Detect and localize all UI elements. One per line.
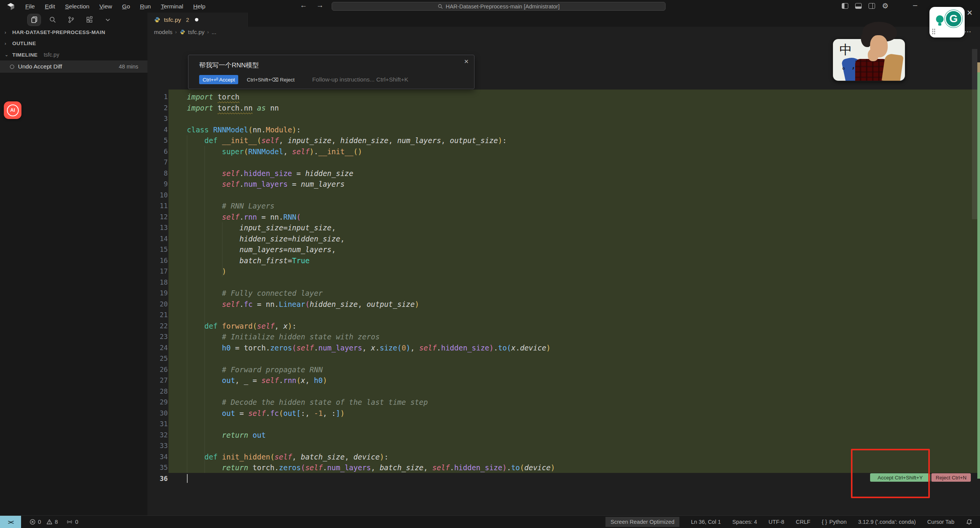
chevron-right-icon: › xyxy=(5,30,9,35)
chevron-down-icon: ⌄ xyxy=(5,52,9,57)
menu-file[interactable]: File xyxy=(21,2,39,11)
line-number: 6 xyxy=(147,146,174,157)
extensions-icon[interactable] xyxy=(83,14,96,26)
code-line: 31 xyxy=(147,419,980,430)
editor-group: tsfc.py 2 models › tsfc.py › ... ⋯ 1impo… xyxy=(147,13,980,515)
code-line: 20 self.fc = nn.Linear(hidden_size, outp… xyxy=(147,299,980,310)
code-line: 27 out, _ = self.rnn(x, h0) xyxy=(147,375,980,386)
indentation-status[interactable]: Spaces: 4 xyxy=(732,519,757,525)
commit-circle-icon xyxy=(10,65,14,69)
screen-reader-status[interactable]: Screen Reader Optimized xyxy=(605,517,679,527)
menu-edit[interactable]: Edit xyxy=(41,2,59,11)
line-number: 25 xyxy=(147,353,174,364)
code-line: 21 xyxy=(147,310,980,321)
line-number: 4 xyxy=(147,124,174,135)
nav-back-icon[interactable]: ← xyxy=(300,1,307,10)
unsaved-dot-icon[interactable] xyxy=(195,18,198,21)
line-number: 24 xyxy=(147,342,174,354)
tab-title: tsfc.py xyxy=(164,16,181,23)
line-number: 36 xyxy=(147,473,174,484)
code-line: 25 xyxy=(147,353,980,364)
command-center-search[interactable]: HAR-Dataset-Preprocess-main [Administrat… xyxy=(332,2,666,11)
code-line: 6 super(RNNModel, self).__init__() xyxy=(147,146,980,157)
breadcrumb: models › tsfc.py › ... xyxy=(147,27,980,37)
menu-selection[interactable]: Selection xyxy=(61,2,94,11)
cursor-position-status[interactable]: Ln 36, Col 1 xyxy=(691,519,721,525)
gear-icon[interactable]: ⚙ xyxy=(882,2,888,10)
remote-indicator[interactable]: >< xyxy=(0,516,21,528)
cursor-tab-status[interactable]: Cursor Tab xyxy=(927,519,954,525)
code-line: 5 def __init__(self, input_size, hidden_… xyxy=(147,135,980,146)
toggle-primary-sidebar-icon[interactable] xyxy=(842,3,848,9)
code-line: 22 def forward(self, x): xyxy=(147,321,980,332)
line-number: 14 xyxy=(147,233,174,244)
code-line: 24 h0 = torch.zeros(self.num_layers, x.s… xyxy=(147,342,980,354)
encoding-status[interactable]: UTF-8 xyxy=(769,519,784,525)
breadcrumb-file[interactable]: tsfc.py xyxy=(188,29,205,35)
overview-ruler-added xyxy=(977,72,980,479)
python-interpreter-status[interactable]: 3.12.9 ('.conda': conda) xyxy=(858,519,916,525)
scrollbar[interactable] xyxy=(972,49,977,219)
window-close-icon[interactable]: ✕ xyxy=(967,8,973,17)
breadcrumb-symbol[interactable]: ... xyxy=(211,29,216,35)
window-minimize-icon[interactable]: – xyxy=(913,1,917,10)
inline-chat-prompt: 帮我写一个RNN模型 xyxy=(199,61,259,70)
toggle-panel-icon[interactable] xyxy=(855,3,862,9)
menu-terminal[interactable]: Terminal xyxy=(157,2,188,11)
more-actions-icon[interactable]: ⋯ xyxy=(964,28,972,36)
breadcrumb-separator-icon: › xyxy=(175,29,177,35)
ports-status[interactable]: 0 xyxy=(66,519,78,525)
sidebar-section-project[interactable]: › HAR-DATASET-PREPROCESS-MAIN xyxy=(0,27,147,38)
more-views-chevron-icon[interactable] xyxy=(101,14,114,26)
nav-forward-icon[interactable]: → xyxy=(316,1,324,10)
line-number: 16 xyxy=(147,255,174,266)
menu-help[interactable]: Help xyxy=(189,2,210,11)
line-number: 23 xyxy=(147,331,174,342)
ai-assistant-button[interactable]: AI xyxy=(4,101,21,119)
explorer-icon[interactable] xyxy=(28,14,41,26)
source-control-icon[interactable] xyxy=(64,14,77,26)
extension-overlay[interactable]: G xyxy=(929,7,965,37)
search-icon xyxy=(438,4,443,9)
code-lines[interactable]: 1import torch2import torch.nn as nn34cla… xyxy=(147,91,980,484)
sidebar-section-outline[interactable]: › OUTLINE xyxy=(0,38,147,49)
inline-chat-accept-button[interactable]: Ctrl+⏎ Accept xyxy=(199,75,238,84)
menu-run[interactable]: Run xyxy=(136,2,155,11)
inline-chat-reject-button[interactable]: Ctrl+Shift+⌫ Reject xyxy=(247,77,294,83)
line-number: 30 xyxy=(147,408,174,419)
timeline-entry[interactable]: Undo Accept Diff 48 mins xyxy=(0,60,147,73)
code-line: 26 # Forward propagate RNN xyxy=(147,364,980,375)
line-number: 19 xyxy=(147,288,174,299)
ime-mode-indicator[interactable]: 中 xyxy=(839,41,852,59)
diff-reject-button[interactable]: Reject Ctrl+N xyxy=(931,473,971,482)
broadcast-icon xyxy=(66,519,73,525)
code-line: 7 xyxy=(147,157,980,168)
line-number: 20 xyxy=(147,299,174,310)
breadcrumb-folder[interactable]: models xyxy=(154,29,172,35)
drag-handle-icon[interactable] xyxy=(932,28,936,34)
line-number: 22 xyxy=(147,321,174,332)
sidebar-section-timeline[interactable]: ⌄ TIMELINE tsfc.py xyxy=(0,49,147,60)
code-line: 18 xyxy=(147,277,980,288)
line-number: 34 xyxy=(147,451,174,463)
problems-status[interactable]: 0 8 xyxy=(29,519,58,525)
overview-ruler-warning xyxy=(977,62,980,72)
outline-section-label: OUTLINE xyxy=(12,41,36,46)
notifications-bell-icon[interactable] xyxy=(966,519,972,525)
toggle-secondary-sidebar-icon[interactable] xyxy=(869,3,875,9)
language-status[interactable]: { } Python xyxy=(822,519,847,525)
window-title: HAR-Dataset-Preprocess-main [Administrat… xyxy=(446,3,560,10)
inline-chat-followup-input[interactable]: Follow-up instructions... Ctrl+Shift+K xyxy=(312,76,408,83)
menu-view[interactable]: View xyxy=(95,2,116,11)
ime-punctuation-indicator[interactable]: 。, xyxy=(841,58,855,72)
g-extension-icon[interactable]: G xyxy=(945,10,962,28)
menu-go[interactable]: Go xyxy=(118,2,134,11)
annotation-rectangle xyxy=(851,449,930,498)
line-number: 11 xyxy=(147,200,174,212)
tab-tsfc-py[interactable]: tsfc.py 2 xyxy=(147,13,248,27)
close-icon[interactable]: ✕ xyxy=(464,58,469,65)
search-view-icon[interactable] xyxy=(46,14,59,26)
text-cursor xyxy=(187,474,188,483)
eol-status[interactable]: CRLF xyxy=(796,519,810,525)
code-line: 19 # Fully connected layer xyxy=(147,288,980,299)
